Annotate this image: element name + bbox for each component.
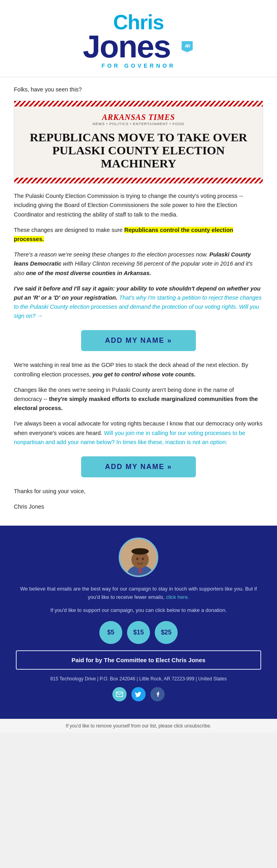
candidate-avatar xyxy=(119,538,158,577)
donate-25-button[interactable]: $25 xyxy=(155,621,178,644)
donate-15-button[interactable]: $15 xyxy=(127,621,150,644)
footer-text-2: If you'd like to support our campaign, y… xyxy=(16,606,261,615)
newspaper-top-tear xyxy=(14,101,263,106)
logo-jones: Jones AR xyxy=(8,32,269,61)
newspaper-clip: ARKANSAS TIMES NEWS • POLITICS • ENTERTA… xyxy=(14,101,263,184)
body-para-4: I've said it before and I'll say it agai… xyxy=(14,284,263,321)
cta-2-container: ADD MY NAME » xyxy=(14,456,263,477)
body-para-5: We're watching in real time as the GOP t… xyxy=(14,361,263,379)
arkansas-icon: AR xyxy=(180,39,194,53)
add-my-name-button-2[interactable]: ADD MY NAME » xyxy=(81,456,196,477)
main-content: Folks, have you seen this? ARKANSAS TIME… xyxy=(0,77,277,526)
svg-point-6 xyxy=(131,548,149,555)
diverse-counties: one of the most diverse counties in Arka… xyxy=(26,270,151,276)
footer-text-1: We believe that emails are the best way … xyxy=(16,585,261,602)
svg-point-5 xyxy=(142,558,144,560)
body-para-1: The Pulaski County Election Commission i… xyxy=(14,192,263,219)
svg-point-4 xyxy=(136,558,138,560)
svg-text:AR: AR xyxy=(185,44,190,48)
newspaper-headline: REPUBLICANS MOVE TO TAKE OVER PULASKI CO… xyxy=(22,131,255,170)
newspaper-title: ARKANSAS TIMES xyxy=(22,113,255,122)
body-para-6: Changes like the ones we're seeing in Pu… xyxy=(14,386,263,413)
cta-1-container: ADD MY NAME » xyxy=(14,330,263,351)
footer-address: 815 Technology Drive | P.O. Box 242046 |… xyxy=(16,676,261,682)
donate-buttons: $5 $15 $25 xyxy=(16,621,261,644)
sign-off-2: Chris Jones xyxy=(14,502,263,511)
svg-rect-8 xyxy=(116,692,123,697)
add-my-name-button-1[interactable]: ADD MY NAME » xyxy=(81,330,196,351)
body-para-2: These changes are designed to make sure … xyxy=(14,226,263,244)
email-svg xyxy=(116,691,123,698)
vote-counts-italic: you get to control whose vote counts. xyxy=(92,371,195,378)
facebook-svg xyxy=(154,691,161,698)
header: Chris Jones AR FOR GOVERNOR xyxy=(0,0,277,77)
footer: We believe that emails are the best way … xyxy=(0,526,277,718)
social-icons xyxy=(16,687,261,701)
paid-for-box: Paid for by The Committee to Elect Chris… xyxy=(16,650,261,670)
body-para-7: I've always been a vocal advocate for vo… xyxy=(14,419,263,447)
fewer-emails-link[interactable]: click here. xyxy=(166,594,190,600)
newspaper-bottom-tear xyxy=(14,178,263,183)
sign-off-1: Thanks for using your voice, xyxy=(14,487,263,496)
unsubscribe-bar: If you'd like to remove yourself from ou… xyxy=(0,719,277,733)
facebook-icon[interactable] xyxy=(150,687,165,701)
avatar-image xyxy=(120,539,158,577)
twitter-icon[interactable] xyxy=(131,687,146,701)
intro-text: Folks, have you seen this? xyxy=(14,85,263,94)
body-para-3: There's a reason we're seeing these chan… xyxy=(14,250,263,278)
email-icon[interactable] xyxy=(112,687,127,701)
newspaper-subtitle: NEWS • POLITICS • ENTERTAINMENT • FOOD xyxy=(22,122,255,126)
newspaper-inner: ARKANSAS TIMES NEWS • POLITICS • ENTERTA… xyxy=(14,106,263,178)
twitter-svg xyxy=(135,691,142,698)
donate-5-button[interactable]: $5 xyxy=(99,621,122,644)
masked-efforts: they're simply masked efforts to exclude… xyxy=(14,396,258,411)
